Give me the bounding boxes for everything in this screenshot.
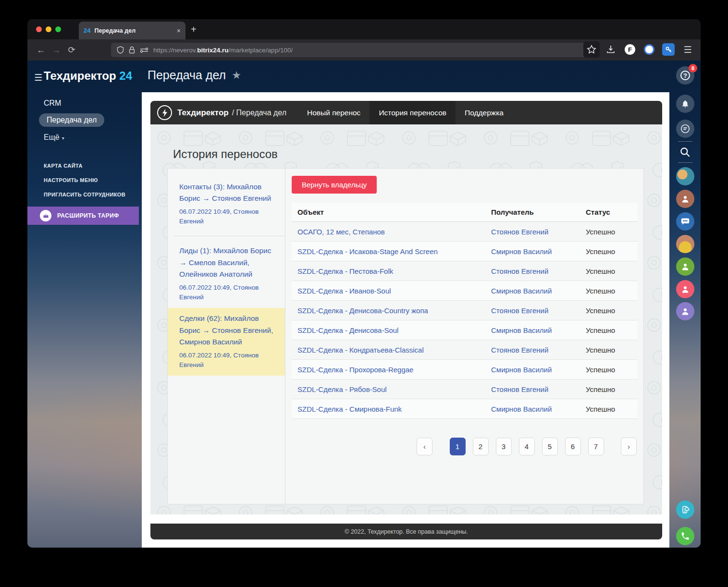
object-link[interactable]: SZDL-Сделка - Денисова-Soul: [292, 326, 491, 334]
sidebar-item-crm[interactable]: CRM: [27, 95, 139, 111]
sidebar-hamburger-icon[interactable]: ☰: [34, 72, 43, 83]
table-header-row: Объект Получатель Статус: [292, 203, 638, 222]
messenger-icon[interactable]: [676, 120, 694, 138]
new-tab-button[interactable]: +: [191, 24, 197, 35]
user-avatar[interactable]: [676, 257, 694, 276]
status-text: Успешно: [586, 228, 638, 236]
pagination-page-button[interactable]: 2: [473, 438, 489, 455]
recipient-link[interactable]: Стоянов Евгений: [491, 306, 586, 315]
sidebar-link-sitemap[interactable]: КАРТА САЙТА: [27, 159, 139, 173]
object-link[interactable]: SZDL-Сделка - Исакова-Stage And Screen: [292, 247, 491, 256]
favorite-star-icon[interactable]: ★: [232, 69, 241, 82]
object-link[interactable]: SZDL-Сделка - Прохорова-Reggae: [292, 366, 491, 374]
sidebar-link-invite[interactable]: ПРИГЛАСИТЬ СОТРУДНИКОВ: [27, 187, 139, 202]
table-row: ОСАГО, 12 мес, СтепановСтоянов ЕвгенийУс…: [292, 222, 638, 242]
user-avatar[interactable]: [676, 190, 694, 208]
table-row: SZDL-Сделка - Прохорова-ReggaeСмирнов Ва…: [292, 360, 638, 379]
pagination-page-button[interactable]: 5: [542, 438, 558, 455]
forward-icon[interactable]: →: [49, 45, 64, 55]
sidebar-item-more[interactable]: Ещё▾: [27, 129, 139, 146]
object-link[interactable]: ОСАГО, 12 мес, Степанов: [292, 228, 491, 236]
recipient-link[interactable]: Стоянов Евгений: [491, 385, 586, 393]
help-button[interactable]: ? 8: [676, 66, 694, 85]
sidebar: CRM Передача дел Ещё▾ КАРТА САЙТА НАСТРО…: [27, 95, 139, 225]
group-chat-avatar[interactable]: [676, 212, 694, 231]
history-list-item-selected[interactable]: Сделки (62): Михайлов Борис → Стоянов Ев…: [168, 308, 285, 376]
menu-hamburger-icon[interactable]: ☰: [679, 41, 696, 58]
app-content: История переносов Контакты (3): Михайлов…: [150, 124, 662, 514]
reload-icon[interactable]: ⟳: [64, 45, 79, 55]
password-key-icon[interactable]: [660, 41, 677, 58]
status-text: Успешно: [586, 287, 638, 295]
mobile-app-button[interactable]: [676, 501, 694, 519]
lock-icon[interactable]: [129, 46, 135, 54]
pagination-page-button[interactable]: 7: [588, 438, 604, 455]
recipient-link[interactable]: Стоянов Евгений: [491, 267, 586, 275]
bitrix24-favicon: 24: [84, 27, 90, 34]
status-text: Успешно: [586, 405, 638, 413]
recipient-link[interactable]: Стоянов Евгений: [491, 346, 586, 354]
user-avatar[interactable]: [676, 280, 694, 298]
bookmark-star-icon[interactable]: [583, 41, 600, 58]
permissions-icon[interactable]: [140, 47, 148, 53]
app-nav-new-transfer[interactable]: Новый перенос: [298, 101, 370, 124]
table-row: SZDL-Сделка - Смирнова-FunkСмирнов Васил…: [292, 399, 638, 419]
object-link[interactable]: SZDL-Сделка - Рябов-Soul: [292, 385, 491, 393]
pagination-page-button[interactable]: 6: [565, 438, 581, 455]
table-row: SZDL-Сделка - Денисова-SoulСмирнов Васил…: [292, 320, 638, 340]
shield-icon[interactable]: [117, 46, 124, 54]
search-icon[interactable]: [679, 146, 691, 160]
object-link[interactable]: SZDL-Сделка - Денисова-Country жопа: [292, 306, 491, 315]
extension-f-icon[interactable]: F: [622, 41, 638, 58]
object-link[interactable]: SZDL-Сделка - Кондратьева-Classical: [292, 346, 491, 354]
address-bar[interactable]: https://neverov.bitrix24.ru/marketplace/…: [111, 43, 594, 57]
zoom-window-button[interactable]: [55, 26, 61, 32]
status-text: Успешно: [586, 366, 638, 374]
recipient-link[interactable]: Смирнов Василий: [491, 405, 586, 413]
phone-call-button[interactable]: [676, 527, 694, 545]
extension-blocker-icon[interactable]: [641, 41, 657, 58]
user-avatar[interactable]: [676, 302, 694, 320]
pagination-page-button[interactable]: 4: [519, 438, 535, 455]
return-to-owner-button[interactable]: Вернуть владельцу: [292, 176, 377, 194]
close-window-button[interactable]: [36, 26, 42, 32]
minimize-window-button[interactable]: [46, 26, 51, 32]
divider: [174, 236, 285, 236]
object-link[interactable]: SZDL-Сделка - Смирнова-Funk: [292, 405, 491, 413]
sidebar-link-configure-menu[interactable]: НАСТРОИТЬ МЕНЮ: [27, 173, 139, 187]
user-avatar[interactable]: [676, 235, 694, 253]
recipient-link[interactable]: Смирнов Василий: [491, 287, 586, 295]
pagination-next-button[interactable]: ›: [621, 438, 637, 455]
history-list-item[interactable]: Лиды (1): Михайлов Борис → Смелов Васили…: [168, 240, 285, 308]
user-avatar[interactable]: [676, 167, 694, 185]
pagination-page-button[interactable]: 1: [450, 438, 466, 455]
browser-tab[interactable]: 24 Передача дел ×: [79, 22, 185, 39]
recipient-link[interactable]: Стоянов Евгений: [491, 228, 586, 236]
history-list-item[interactable]: Контакты (3): Михайлов Борис → Стоянов Е…: [168, 176, 285, 232]
object-link[interactable]: SZDL-Сделка - Пестова-Folk: [292, 267, 491, 275]
divider: [678, 141, 692, 142]
back-icon[interactable]: ←: [33, 45, 49, 55]
expand-tariff-button[interactable]: РАСШИРИТЬ ТАРИФ: [27, 207, 139, 225]
status-text: Успешно: [586, 306, 638, 315]
pagination-prev-button[interactable]: ‹: [417, 438, 432, 455]
portal-logo[interactable]: Техдиректор 24: [44, 69, 132, 83]
recipient-link[interactable]: Смирнов Василий: [491, 326, 586, 334]
notifications-bell-icon[interactable]: [676, 95, 694, 113]
app-breadcrumb: / Передача дел: [232, 109, 286, 117]
recipient-link[interactable]: Смирнов Василий: [491, 366, 586, 374]
window-controls[interactable]: [36, 26, 61, 32]
url-text[interactable]: https://neverov.bitrix24.ru/marketplace/…: [153, 47, 293, 54]
pagination-page-button[interactable]: 3: [496, 438, 512, 455]
app-nav-support[interactable]: Поддержка: [456, 101, 513, 124]
recipient-link[interactable]: Смирнов Василий: [491, 247, 586, 256]
right-rail: ? 8: [670, 61, 701, 548]
history-panel: Контакты (3): Михайлов Борис → Стоянов Е…: [167, 168, 644, 504]
history-list: Контакты (3): Михайлов Борис → Стоянов Е…: [168, 169, 285, 504]
tab-close-icon[interactable]: ×: [177, 27, 181, 35]
app-brand[interactable]: Техдиректор: [177, 108, 229, 118]
app-nav-history[interactable]: История переносов: [370, 101, 456, 124]
sidebar-item-active[interactable]: Передача дел: [39, 113, 104, 127]
object-link[interactable]: SZDL-Сделка - Иванов-Soul: [292, 287, 491, 295]
downloads-icon[interactable]: [603, 41, 619, 58]
